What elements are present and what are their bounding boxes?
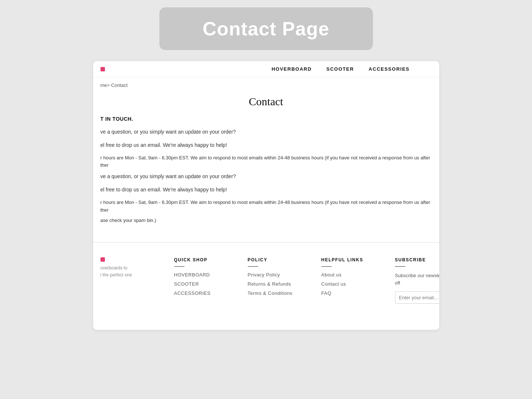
contact-page-title: Contact [101,95,432,108]
footer-subscribe-underline [395,266,405,267]
nav-scooter[interactable]: SCOOTER [327,66,354,72]
footer-quick-shop-title: QUICK SHOP [174,257,248,262]
footer-link-privacy[interactable]: Privacy Policy [248,272,321,278]
footer-link-terms[interactable]: Terms & Conditions [248,290,321,296]
nav-links: HOVERBOARD SCOOTER ACCESSORIES [272,66,410,72]
site-nav: HOVERBOARD SCOOTER ACCESSORIES [93,61,439,77]
hero-title: Contact Page [182,18,351,40]
footer-helpful-links-title: HELPFUL LINKS [321,257,395,262]
footer-logo-col: overboards to l the perfect one [101,257,174,319]
footer-link-contact[interactable]: Contact us [321,281,395,287]
footer-policy: POLICY Privacy Policy Returns & Refunds … [248,257,321,319]
contact-paragraph4: ve a question, or you simply want an upd… [101,172,432,181]
contact-paragraph1: ve a question, or you simply want an upd… [101,128,432,137]
contact-paragraph3: r hours are Mon - Sat, 9am - 6.30pm EST.… [101,154,432,170]
footer-policy-underline [248,266,258,267]
contact-content: Contact T IN TOUCH. ve a question, or yo… [93,88,439,242]
footer-helpful-links: HELPFUL LINKS About us Contact us FAQ [321,257,395,319]
footer-helpful-links-underline [321,266,332,267]
subscribe-description: Subscribe our newsletter and discount 30… [395,272,439,286]
contact-paragraph2: el free to drop us an email. We're alway… [101,141,432,150]
section-heading: T IN TOUCH. [101,116,432,122]
contact-paragraph6: r hours are Mon - Sat, 9am - 6.30pm EST.… [101,199,432,214]
footer-policy-title: POLICY [248,257,321,262]
site-logo [101,67,105,71]
footer-quick-shop: QUICK SHOP HOVERBOARD SCOOTER ACCESSORIE… [174,257,248,319]
nav-accessories[interactable]: ACCESSORIES [369,66,409,72]
footer-link-faq[interactable]: FAQ [321,290,395,296]
footer-logo-text1: overboards to l the perfect one [101,265,167,279]
footer-subscribe: SUBSCRIBE Subscribe our newsletter and d… [395,257,439,319]
contact-paragraph7: ase check your spam bin.) [101,217,432,225]
footer: overboards to l the perfect one QUICK SH… [93,242,439,330]
footer-link-about[interactable]: About us [321,272,395,278]
footer-link-hoverboard[interactable]: HOVERBOARD [174,272,248,278]
nav-hoverboard[interactable]: HOVERBOARD [272,66,312,72]
footer-quick-shop-underline [174,266,184,267]
footer-grid: overboards to l the perfect one QUICK SH… [101,257,432,319]
contact-paragraph5: el free to drop us an email. We're alway… [101,186,432,194]
hero-banner: Contact Page [159,7,373,50]
footer-link-returns[interactable]: Returns & Refunds [248,281,321,287]
page-container: HOVERBOARD SCOOTER ACCESSORIES me> Conta… [93,61,439,330]
breadcrumb: me> Contact [93,77,439,88]
footer-link-accessories[interactable]: ACCESSORIES [174,290,248,296]
footer-logo-icon [101,257,105,262]
footer-subscribe-title: SUBSCRIBE [395,257,439,262]
footer-link-scooter[interactable]: SCOOTER [174,281,248,287]
subscribe-email-input[interactable] [395,292,439,304]
